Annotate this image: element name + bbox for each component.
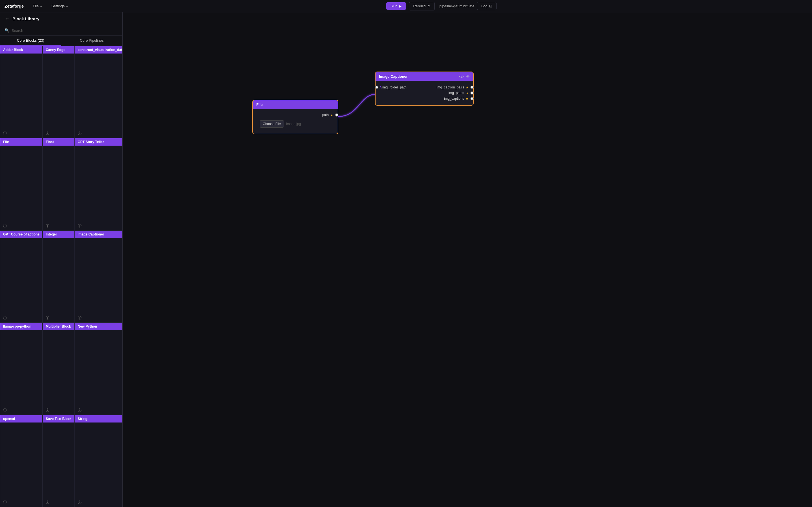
caption-node-header: Image Captioner </> 👁 <box>375 72 473 81</box>
block-file-footer: ⓘ <box>0 222 42 230</box>
block-string[interactable]: String ⓘ <box>75 415 122 507</box>
file-node-path-dot[interactable] <box>335 113 338 117</box>
sidebar-tabs: Core Blocks (23) Core Pipelines <box>0 36 122 46</box>
block-float[interactable]: Float ⓘ <box>43 138 74 230</box>
choose-file-button[interactable]: Choose File <box>260 120 284 128</box>
back-button[interactable]: ← <box>4 16 10 22</box>
run-button[interactable]: Run ▶ <box>386 2 406 10</box>
block-adder-block[interactable]: Adder Block ⓘ <box>0 46 43 138</box>
opencd-info-icon[interactable]: ⓘ <box>3 500 7 505</box>
new-python-info-icon[interactable]: ⓘ <box>78 408 82 413</box>
block-save-text[interactable]: Save Text Block ⓘ <box>43 415 74 507</box>
caption-out-pairs-dot[interactable] <box>470 86 474 89</box>
caption-node-code-btn[interactable]: </> <box>459 75 464 78</box>
gpt-story-info-icon[interactable]: ⓘ <box>78 223 82 228</box>
file-node-header: File <box>253 100 338 109</box>
block-string-body <box>75 422 122 498</box>
block-gpt-story[interactable]: GPT Story Teller ⓘ <box>75 138 122 230</box>
caption-out-captions-dot[interactable] <box>470 97 474 100</box>
block-llama-footer: ⓘ <box>0 406 42 414</box>
gpt-course-info-icon[interactable]: ⓘ <box>3 316 7 321</box>
block-file[interactable]: File ⓘ <box>0 138 43 230</box>
rebuild-label: Rebuild <box>413 4 425 8</box>
block-construct-viz[interactable]: construct_visualization_data ⓘ <box>75 46 122 138</box>
sidebar: ← Block Library 🔍 Core Blocks (23) Core … <box>0 12 123 507</box>
block-llama[interactable]: llama-cpp-python ⓘ <box>0 323 43 414</box>
canvas[interactable]: File path ★ Choose File image.jpg Ima <box>123 12 812 507</box>
block-gpt-course-footer: ⓘ <box>0 314 42 322</box>
float-info-icon[interactable]: ⓘ <box>46 223 49 228</box>
caption-node-eye-btn[interactable]: 👁 <box>466 75 470 78</box>
choose-file-label: Choose File <box>263 122 281 126</box>
block-image-captioner[interactable]: Image Captioner ⓘ <box>75 230 122 323</box>
rebuild-icon: ↻ <box>427 4 430 8</box>
caption-in-folder-type: A <box>379 86 382 89</box>
block-gpt-story-footer: ⓘ <box>75 222 122 230</box>
file-info-icon[interactable]: ⓘ <box>3 223 7 228</box>
search-bar: 🔍 <box>0 25 122 36</box>
llama-info-icon[interactable]: ⓘ <box>3 408 7 413</box>
block-image-captioner-footer: ⓘ <box>75 314 122 322</box>
block-gpt-story-body <box>75 146 122 221</box>
block-llama-title: llama-cpp-python <box>0 323 42 330</box>
log-button[interactable]: Log ⊡ <box>477 2 497 10</box>
canny-edge-info-icon[interactable]: ⓘ <box>46 131 49 136</box>
block-construct-viz-footer: ⓘ <box>75 129 122 138</box>
multiplier-info-icon[interactable]: ⓘ <box>46 408 49 413</box>
block-new-python[interactable]: New Python ⓘ <box>75 323 122 414</box>
caption-node-actions: </> 👁 <box>459 75 470 78</box>
block-string-footer: ⓘ <box>75 498 122 507</box>
file-input-placeholder: image.jpg <box>286 122 301 126</box>
block-gpt-course[interactable]: GPT Course of actions ⓘ <box>0 230 43 323</box>
settings-menu[interactable]: Settings ⌄ <box>49 3 70 9</box>
search-input[interactable] <box>11 29 118 33</box>
caption-out-paths-star: ★ <box>466 91 469 95</box>
caption-node-body: A img_folder_path img_caption_pairs ★ im… <box>375 81 473 105</box>
block-float-footer: ⓘ <box>43 222 74 230</box>
file-node[interactable]: File path ★ Choose File image.jpg <box>252 100 338 134</box>
image-captioner-node[interactable]: Image Captioner </> 👁 A img_folder_path … <box>375 71 474 106</box>
brand-label: Zetaforge <box>4 4 24 8</box>
block-string-title: String <box>75 415 122 422</box>
rebuild-button[interactable]: Rebuild ↻ <box>409 2 435 10</box>
file-node-input-area: Choose File image.jpg <box>256 118 335 131</box>
file-menu[interactable]: File ⌄ <box>31 3 45 9</box>
block-image-captioner-title: Image Captioner <box>75 231 122 238</box>
play-icon: ▶ <box>399 4 402 8</box>
image-captioner-info-icon[interactable]: ⓘ <box>78 316 82 321</box>
file-node-title: File <box>256 103 262 107</box>
block-canny-edge[interactable]: Canny Edge ⓘ <box>43 46 74 138</box>
main-layout: ← Block Library 🔍 Core Blocks (23) Core … <box>0 12 812 507</box>
block-opencd[interactable]: opencd ⓘ <box>0 415 43 507</box>
block-canny-edge-title: Canny Edge <box>43 46 74 54</box>
file-node-path-port: path ★ <box>256 113 338 117</box>
caption-in-folder-label: img_folder_path <box>382 86 407 89</box>
caption-node-title: Image Captioner <box>379 74 408 78</box>
block-float-title: Float <box>43 138 74 146</box>
block-save-text-body <box>43 422 74 498</box>
tab-core-blocks-label: Core Blocks (23) <box>17 38 44 43</box>
save-text-info-icon[interactable]: ⓘ <box>46 500 49 505</box>
file-node-path-label: path <box>322 113 329 117</box>
block-integer[interactable]: Integer ⓘ <box>43 230 74 323</box>
string-info-icon[interactable]: ⓘ <box>78 500 82 505</box>
integer-info-icon[interactable]: ⓘ <box>46 316 49 321</box>
run-label: Run <box>391 4 398 8</box>
tab-core-pipelines[interactable]: Core Pipelines <box>61 36 122 46</box>
caption-in-folder-dot[interactable] <box>375 86 378 89</box>
block-integer-footer: ⓘ <box>43 314 74 322</box>
block-opencd-title: opencd <box>0 415 42 422</box>
settings-menu-chevron: ⌄ <box>66 4 68 8</box>
tab-core-blocks[interactable]: Core Blocks (23) <box>0 36 61 46</box>
block-opencd-body <box>0 422 42 498</box>
block-adder-block-footer: ⓘ <box>0 129 42 138</box>
sidebar-header: ← Block Library <box>0 12 122 25</box>
block-integer-body <box>43 238 74 314</box>
caption-out-captions-label: img_captions <box>444 97 464 101</box>
caption-out-paths-dot[interactable] <box>470 91 474 95</box>
block-new-python-footer: ⓘ <box>75 406 122 414</box>
construct-viz-info-icon[interactable]: ⓘ <box>78 131 82 136</box>
caption-out-captions-star: ★ <box>466 97 469 101</box>
block-multiplier[interactable]: Multiplier Block ⓘ <box>43 323 74 414</box>
adder-block-info-icon[interactable]: ⓘ <box>3 131 7 136</box>
